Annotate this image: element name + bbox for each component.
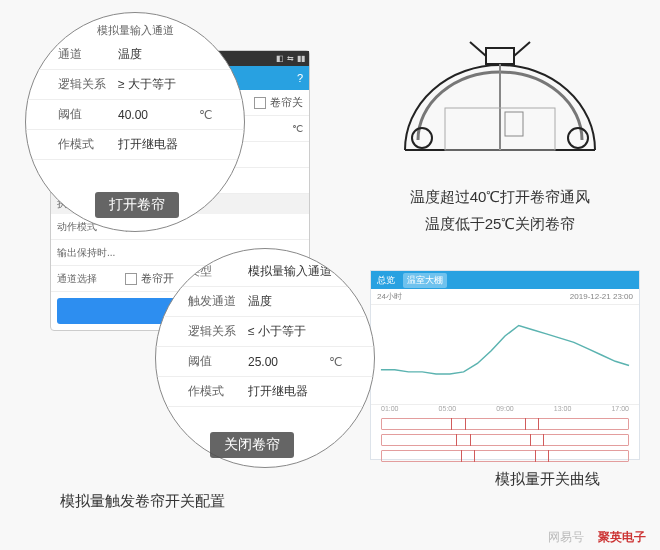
chart-tabs: 总览 温室大棚 [371,271,639,289]
field-label: 触发通道 [188,293,248,310]
field-label: 作模式 [188,383,248,400]
field-unit: ℃ [292,123,303,134]
form-row: 逻辑关系≤ 小于等于 [156,317,374,347]
field-label: 阈值 [188,353,248,370]
checkbox-close[interactable] [254,97,266,109]
svg-point-2 [568,128,588,148]
field-label: 通道 [58,46,118,63]
badge-open: 打开卷帘 [95,192,179,218]
chart-toolbar: 24小时 2019-12-21 23:00 [371,289,639,305]
date-display: 2019-12-21 23:00 [570,292,633,301]
diagram-text-1: 温度超过40℃打开卷帘通风 [370,186,630,207]
relay-track [381,434,629,446]
caption-left: 模拟量触发卷帘开关配置 [60,492,225,511]
greenhouse-diagram: 温度超过40℃打开卷帘通风 温度低于25℃关闭卷帘 [370,30,630,234]
form-row: 通道温度 [26,40,244,70]
caption-chart: 模拟量开关曲线 [495,470,600,489]
field-value[interactable]: 打开继电器 [248,383,342,400]
field-value[interactable]: ≤ 小于等于 [248,323,342,340]
close-label: 卷帘关 [270,95,303,110]
field-value[interactable]: 打开继电器 [118,136,212,153]
field-label: 作模式 [58,136,118,153]
relay-track [381,450,629,462]
svg-point-1 [412,128,432,148]
field-value[interactable]: 40.00 [118,108,199,122]
form-row: 作模式打开继电器 [156,377,374,407]
field-label: 阈值 [58,106,118,123]
range-select[interactable]: 24小时 [377,291,402,302]
zoom-header: 模拟量输入通道 [26,23,244,38]
field-value[interactable]: 温度 [248,293,342,310]
form-row: 阈值40.00℃ [26,100,244,130]
form-row: 阈值25.00℃ [156,347,374,377]
field-label: 输出保持时... [57,246,125,260]
svg-rect-6 [505,112,523,136]
chart-x-ticks: 01:0005:0009:0013:0017:00 [371,405,639,412]
tab-overview[interactable]: 总览 [377,274,395,287]
field-label: 通道选择 [57,272,125,286]
field-value[interactable]: 温度 [118,46,212,63]
relay-track [381,418,629,430]
svg-rect-3 [486,48,514,64]
field-value[interactable]: 25.00 [248,355,329,369]
form-row: 逻辑关系≥ 大于等于 [26,70,244,100]
form-row: 触发通道温度 [156,287,374,317]
checkbox[interactable] [125,273,137,285]
field-value[interactable]: 模拟量输入通道 [248,263,342,280]
field-unit: ℃ [329,355,342,369]
diagram-text-2: 温度低于25℃关闭卷帘 [370,213,630,234]
brand-name: 聚英电子 [598,529,646,546]
field-label: 逻辑关系 [188,323,248,340]
relay-tracks [371,412,639,466]
chart-panel: 总览 温室大棚 24小时 2019-12-21 23:00 01:0005:00… [370,270,640,460]
field-value[interactable]: ≥ 大于等于 [118,76,212,93]
chart-area [371,305,639,405]
field-unit: ℃ [199,108,212,122]
footer: 网易号 聚英电子 [548,529,646,546]
form-row: 作模式打开继电器 [26,130,244,160]
badge-close: 关闭卷帘 [210,432,294,458]
help-icon[interactable]: ? [297,72,303,84]
tab-greenhouse[interactable]: 温室大棚 [403,273,447,288]
site-name: 网易号 [548,529,584,546]
field-label: 逻辑关系 [58,76,118,93]
